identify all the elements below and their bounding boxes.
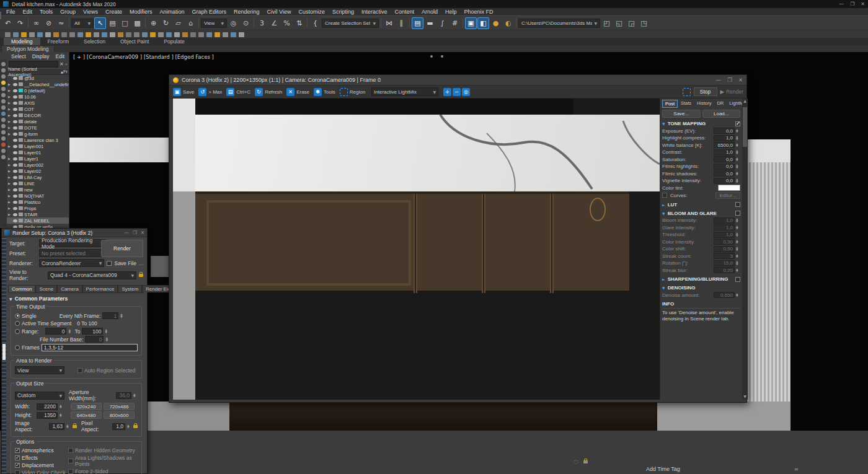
filter-lights-icon[interactable] bbox=[1, 81, 6, 85]
vfb-erase-button[interactable]: ✕Erase bbox=[286, 87, 312, 97]
vfb-tab-history[interactable]: History bbox=[694, 100, 714, 108]
filter-all-icon[interactable] bbox=[1, 62, 6, 66]
filter-bones-icon[interactable] bbox=[1, 118, 6, 122]
value-field[interactable]: 0,0 bbox=[714, 128, 735, 134]
render-button[interactable]: Render bbox=[101, 240, 143, 257]
view-to-render-dropdown[interactable]: Quad 4 - CoronaCamera009▼ bbox=[48, 271, 136, 279]
menu-interactive[interactable]: Interactive bbox=[358, 9, 391, 15]
layer-row[interactable]: ▶__Detached__undefined bbox=[7, 81, 69, 87]
unlink-icon[interactable]: ⊘ bbox=[43, 17, 55, 29]
vfb-render-button[interactable]: ▶Render bbox=[720, 89, 743, 95]
layer-row[interactable]: ▶detale bbox=[7, 118, 69, 125]
eye-icon[interactable] bbox=[13, 139, 17, 142]
render-iterative-icon[interactable]: ◐ bbox=[502, 17, 514, 29]
value-field[interactable]: 0,0 bbox=[714, 178, 735, 184]
value-field[interactable]: 0,20 bbox=[714, 267, 735, 273]
curves-checkbox[interactable] bbox=[662, 193, 667, 198]
region-rect-icon[interactable]: □ bbox=[119, 17, 131, 29]
state-set-1-icon[interactable]: ◰ bbox=[601, 17, 613, 29]
scroll-down-icon[interactable]: ▼ bbox=[742, 394, 748, 400]
preset-320x240-button[interactable]: 320x240 bbox=[71, 403, 102, 410]
tone-mapping-header[interactable]: ▼TONE MAPPING bbox=[662, 121, 740, 126]
filter-materials-icon[interactable] bbox=[1, 130, 6, 134]
layer-row[interactable]: ▶DECOR bbox=[7, 112, 69, 118]
layer-row[interactable]: ZAL MEBEL bbox=[7, 217, 69, 224]
snap-angle-icon[interactable]: ∠ bbox=[268, 17, 280, 29]
layer-row[interactable]: ▶AXIS bbox=[7, 100, 69, 106]
dialog-scrollbar[interactable] bbox=[2, 237, 6, 473]
checkbox[interactable] bbox=[68, 469, 73, 474]
vfb-save-config-button[interactable]: Save... bbox=[662, 110, 701, 118]
value-field[interactable]: 15,0 bbox=[714, 260, 735, 266]
image-aspect-field[interactable]: 1,63 bbox=[49, 423, 64, 430]
menu-edit[interactable]: Edit bbox=[19, 9, 37, 15]
eye-icon[interactable] bbox=[13, 126, 17, 129]
page-icon[interactable] bbox=[239, 32, 244, 37]
render-setup-titlebar[interactable]: Render Setup: Corona 3 (Hotfix 2) — ❐ ✕ bbox=[2, 229, 147, 237]
filter-dropdown[interactable]: All▼ bbox=[71, 19, 94, 28]
value-field[interactable]: 1,0 bbox=[714, 135, 735, 141]
eye-icon[interactable] bbox=[13, 114, 17, 117]
denoise-amount-field[interactable]: 0,650 bbox=[714, 292, 735, 298]
schematic-view-icon[interactable]: # bbox=[449, 17, 461, 29]
checkbox[interactable] bbox=[68, 459, 73, 463]
ribbon-tab-freeform[interactable]: Freeform bbox=[40, 38, 76, 45]
width-field[interactable]: 2200 bbox=[37, 403, 58, 410]
ribbon-tab-object-paint[interactable]: Object Paint bbox=[113, 38, 156, 45]
layer-manager-icon[interactable]: ▤ bbox=[412, 17, 423, 29]
state-set-2-icon[interactable]: ◱ bbox=[613, 17, 625, 29]
layer-row[interactable]: ▶LIM-Cay bbox=[7, 174, 69, 180]
checkbox[interactable] bbox=[15, 463, 20, 468]
expand-icon[interactable]: » bbox=[65, 62, 68, 67]
half-moon-icon[interactable] bbox=[53, 32, 59, 37]
state-set-3-icon[interactable]: ◲ bbox=[626, 17, 637, 29]
color-tint-swatch[interactable] bbox=[718, 185, 740, 191]
filter-assemblies-icon[interactable] bbox=[1, 143, 6, 147]
rs-tab-camera[interactable]: Camera bbox=[57, 285, 82, 292]
save-file-checkbox[interactable] bbox=[107, 261, 112, 266]
link-icon[interactable]: ∞ bbox=[30, 17, 42, 29]
menu-rendering[interactable]: Rendering bbox=[230, 9, 264, 15]
frames-radio[interactable] bbox=[15, 345, 20, 350]
scroll-up-icon[interactable]: ▲ bbox=[742, 99, 748, 104]
pivot-center-icon[interactable]: ◎ bbox=[228, 17, 239, 29]
eye-icon[interactable] bbox=[13, 157, 17, 160]
layer-row[interactable]: ▶Props bbox=[7, 205, 69, 211]
layer-row[interactable]: ▶LINE bbox=[7, 180, 69, 187]
layer-row[interactable]: ▶Layer002 bbox=[7, 162, 69, 168]
dialog-maximize-button[interactable]: ❐ bbox=[133, 230, 137, 235]
value-field[interactable]: 0,30 bbox=[714, 239, 735, 245]
checkbox[interactable] bbox=[15, 470, 20, 474]
vfb-copy-button[interactable]: ▤Ctrl+C bbox=[226, 87, 253, 97]
value-field[interactable]: 3 bbox=[714, 253, 735, 259]
layer-row[interactable]: ▶0 (default) bbox=[7, 87, 69, 94]
ribbon-tab-populate[interactable]: Populate bbox=[156, 38, 192, 45]
frame-window-icon[interactable]: ◧ bbox=[477, 17, 489, 29]
teapot-icon[interactable] bbox=[5, 32, 11, 37]
window-minimize-button[interactable]: — bbox=[839, 1, 844, 7]
menu-civil-view[interactable]: Civil View bbox=[264, 9, 295, 15]
pixel-aspect-field[interactable]: 1,0 bbox=[112, 423, 125, 430]
redo-icon[interactable]: ↷ bbox=[14, 17, 26, 29]
denoising-header[interactable]: ▼DENOISING bbox=[662, 285, 740, 291]
range-radio[interactable] bbox=[15, 329, 20, 334]
menu-content[interactable]: Content bbox=[391, 9, 418, 15]
filter-hidden-icon[interactable] bbox=[1, 155, 6, 159]
vfb-lightmix-dropdown[interactable]: Interactive LightMix▼ bbox=[371, 87, 438, 96]
menu-views[interactable]: Views bbox=[79, 9, 102, 15]
cloud-icon[interactable] bbox=[13, 32, 19, 37]
value-field[interactable]: 0,50 bbox=[714, 246, 735, 252]
auto-region-checkbox[interactable] bbox=[78, 368, 82, 373]
aperture-field[interactable]: 36,0 bbox=[116, 392, 131, 399]
vfb-titlebar[interactable]: Corona 3 (Hotfix 2) | 2200×1350px (1:1) … bbox=[169, 75, 746, 86]
brush-icon[interactable] bbox=[45, 32, 51, 37]
layer-row[interactable]: ▶new bbox=[7, 187, 69, 193]
height-field[interactable]: 1350 bbox=[37, 412, 58, 419]
placement-icon[interactable]: ⌂ bbox=[185, 17, 197, 29]
vfb-close-button[interactable]: ✕ bbox=[738, 77, 743, 83]
range-from-field[interactable]: 0 bbox=[45, 328, 66, 335]
menu-help[interactable]: Help bbox=[441, 9, 461, 15]
layer-row[interactable]: ▶Layer02 bbox=[7, 168, 69, 174]
filter-xrefs-icon[interactable] bbox=[1, 112, 6, 116]
curve-editor-icon[interactable]: ∫ bbox=[436, 17, 448, 29]
